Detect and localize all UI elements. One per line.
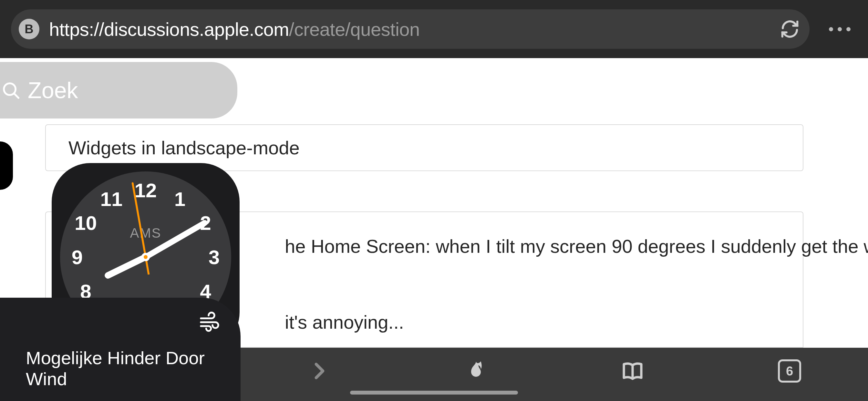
clock-numeral: 11 [100,187,123,210]
clock-hour-hand [104,254,147,280]
dot-icon [846,27,850,31]
search-placeholder: Zoek [28,78,78,103]
weather-headline: Mogelijke Hinder Door Wind [26,347,241,390]
url-path: /create/question [289,19,420,40]
wind-icon [198,311,221,335]
body-text-line: it's annoying... [285,309,404,335]
forward-button[interactable] [241,358,398,384]
refresh-icon [780,19,800,39]
chevron-right-icon [307,359,331,382]
tabs-button[interactable]: 6 [711,358,868,384]
clock-numeral: 9 [72,246,83,269]
search-icon [1,81,21,100]
adjacent-widget-edge [0,142,13,190]
hot-button[interactable] [398,358,554,384]
url-domain: https://discussions.apple.com [49,19,289,40]
spotlight-search[interactable]: Zoek [0,62,237,119]
clock-numeral: 10 [74,212,97,235]
browser-menu-button[interactable] [823,27,857,31]
clock-numeral: 1 [175,187,185,210]
question-title-text: Widgets in landscape-mode [68,137,300,158]
site-identity-badge[interactable]: B [19,19,39,39]
refresh-button[interactable] [780,19,800,39]
tabs-count-badge: 6 [778,359,801,382]
dot-icon [838,27,842,31]
clock-center-pin-inner [144,255,148,259]
weather-widget[interactable]: Mogelijke Hinder Door Wind [0,298,241,401]
address-bar[interactable]: B https://discussions.apple.com/create/q… [11,9,810,49]
reading-list-button[interactable] [554,358,711,384]
clock-numeral: 3 [209,246,220,269]
clock-city-label: AMS [130,225,161,241]
clock-numeral: 12 [135,179,157,202]
url-text: https://discussions.apple.com/create/que… [49,19,420,40]
home-indicator[interactable] [350,391,518,395]
browser-top-bar: B https://discussions.apple.com/create/q… [0,0,868,58]
book-icon [621,359,644,382]
dot-icon [829,27,833,31]
body-text-line: he Home Screen: when I tilt my screen 90… [285,233,868,259]
svg-line-2 [14,93,19,97]
flame-icon [464,359,488,382]
